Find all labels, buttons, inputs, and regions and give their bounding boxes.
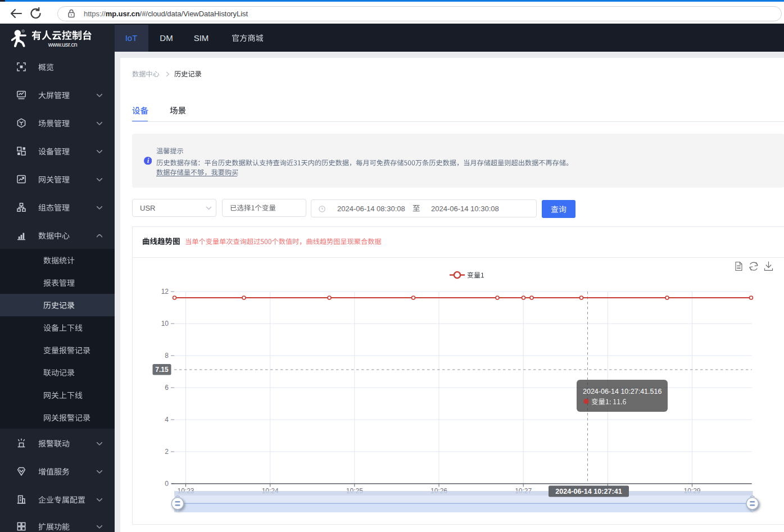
svg-text:2024-06-14 10:27:41.516: 2024-06-14 10:27:41.516 [583, 388, 661, 395]
svg-text:8: 8 [165, 352, 169, 360]
svg-text:0: 0 [165, 480, 169, 488]
svg-text:2024-06-14 10:27:41: 2024-06-14 10:27:41 [555, 488, 622, 495]
svg-text:10: 10 [161, 320, 169, 328]
svg-text:12: 12 [161, 288, 169, 295]
svg-text:6: 6 [165, 384, 169, 392]
svg-text:7.15: 7.15 [155, 366, 169, 374]
svg-text:2: 2 [165, 448, 169, 456]
svg-text:4: 4 [165, 416, 169, 424]
